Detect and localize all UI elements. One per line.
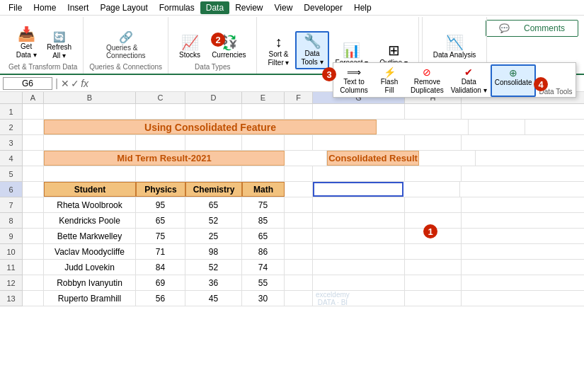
text-to-columns-button[interactable]: ⟹ Text toColumns — [336, 64, 372, 97]
menu-data[interactable]: Data — [200, 1, 229, 14]
r10-physics[interactable]: 71 — [136, 244, 185, 259]
data-validation-button[interactable]: ✔ DataValidation ▾ — [447, 64, 491, 97]
get-data-button[interactable]: 📥 GetData ▾ — [11, 25, 42, 62]
r3-a[interactable] — [23, 135, 44, 150]
r10-chemistry[interactable]: 98 — [185, 244, 242, 259]
r12-g[interactable] — [313, 275, 405, 290]
menu-review[interactable]: Review — [229, 1, 268, 14]
r10-student[interactable]: Vaclav Moodycliffe — [44, 244, 136, 259]
r8-a[interactable] — [23, 213, 44, 228]
r10-g[interactable] — [313, 244, 405, 259]
r5-c[interactable] — [136, 166, 185, 181]
r9-a[interactable] — [23, 229, 44, 243]
menu-insert[interactable]: Insert — [62, 1, 94, 14]
r12-f[interactable] — [285, 275, 313, 290]
r6-a[interactable] — [23, 182, 44, 197]
r9-f[interactable] — [285, 229, 313, 243]
r11-chemistry[interactable]: 52 — [185, 260, 242, 275]
menu-formulas[interactable]: Formulas — [154, 1, 200, 14]
r7-physics[interactable]: 95 — [136, 197, 185, 212]
menu-view[interactable]: View — [269, 1, 299, 14]
r8-student[interactable]: Kendricks Poole — [44, 213, 136, 228]
queries-connections-button[interactable]: 🔗 Queries &Connections — [101, 28, 151, 62]
r2-h[interactable] — [469, 120, 525, 134]
r10-f[interactable] — [285, 244, 313, 259]
r12-h[interactable] — [405, 275, 462, 290]
r5-a[interactable] — [23, 166, 44, 181]
r7-g[interactable] — [313, 197, 405, 212]
r13-student[interactable]: Ruperto Bramhill — [44, 291, 136, 306]
sort-filter-button[interactable]: ↕️ Sort &Filter ▾ — [263, 33, 294, 69]
insert-function-icon[interactable]: fx — [81, 78, 88, 89]
r10-h[interactable] — [405, 244, 462, 259]
r11-h[interactable] — [405, 260, 462, 275]
r9-g[interactable] — [313, 229, 405, 243]
r11-physics[interactable]: 84 — [136, 260, 185, 275]
r5-d[interactable] — [185, 166, 242, 181]
r7-chemistry[interactable]: 65 — [185, 197, 242, 212]
r10-math[interactable]: 86 — [242, 244, 285, 259]
cancel-formula-icon[interactable]: ✕ — [61, 78, 69, 89]
r7-a[interactable] — [23, 197, 44, 212]
r7-f[interactable] — [285, 197, 313, 212]
r1-a[interactable] — [23, 104, 44, 119]
menu-home[interactable]: Home — [28, 1, 62, 14]
r12-a[interactable] — [23, 275, 44, 290]
r6-h[interactable] — [403, 182, 460, 197]
r11-student[interactable]: Judd Lovekin — [44, 260, 136, 275]
r8-physics[interactable]: 65 — [136, 213, 185, 228]
data-analysis-button[interactable]: 📉 Data Analysis — [428, 33, 481, 62]
stocks-button[interactable]: 📈 Stocks — [174, 33, 205, 62]
r13-physics[interactable]: 56 — [136, 291, 185, 306]
r9-math[interactable]: 65 — [242, 229, 285, 243]
r3-h[interactable] — [405, 135, 462, 150]
r11-math[interactable]: 74 — [242, 260, 285, 275]
r5-f[interactable] — [285, 166, 313, 181]
data-tools-button[interactable]: 🔧 DataTools ▾ — [295, 31, 328, 69]
r13-a[interactable] — [23, 291, 44, 306]
r12-student[interactable]: Robbyn Ivanyutin — [44, 275, 136, 290]
cell-reference[interactable]: G6 — [3, 77, 52, 90]
r7-math[interactable]: 75 — [242, 197, 285, 212]
r3-c[interactable] — [136, 135, 185, 150]
r3-e[interactable] — [242, 135, 285, 150]
r6-g-selected[interactable] — [313, 182, 403, 197]
r5-g[interactable] — [313, 166, 405, 181]
r1-e[interactable] — [242, 104, 285, 119]
refresh-button[interactable]: 🔄 RefreshAll ▾ — [43, 30, 75, 62]
r7-h[interactable] — [405, 197, 462, 212]
r5-e[interactable] — [242, 166, 285, 181]
r12-math[interactable]: 55 — [242, 275, 285, 290]
r8-math[interactable]: 85 — [242, 213, 285, 228]
r8-f[interactable] — [285, 213, 313, 228]
r2-a[interactable] — [23, 120, 44, 134]
menu-developer[interactable]: Developer — [298, 1, 348, 14]
comments-button[interactable]: 💬 Comments — [486, 20, 578, 37]
r3-f[interactable] — [285, 135, 313, 150]
r11-g[interactable] — [313, 260, 405, 275]
r4-a[interactable] — [23, 151, 44, 166]
confirm-formula-icon[interactable]: ✓ — [71, 78, 79, 89]
r3-d[interactable] — [185, 135, 242, 150]
menu-help[interactable]: Help — [348, 1, 377, 14]
flash-fill-button[interactable]: ⚡ FlashFill — [372, 64, 407, 97]
r3-g[interactable] — [313, 135, 405, 150]
menu-page-layout[interactable]: Page Layout — [94, 1, 153, 14]
r2-g[interactable] — [377, 120, 469, 134]
r4-f[interactable] — [285, 151, 327, 166]
r1-f[interactable] — [285, 104, 313, 119]
r13-g[interactable]: exceldemyDATA · BI — [313, 291, 405, 306]
r1-d[interactable] — [185, 104, 242, 119]
r13-h[interactable] — [405, 291, 462, 306]
r1-g[interactable] — [313, 104, 405, 119]
r11-f[interactable] — [285, 260, 313, 275]
r8-g[interactable] — [313, 213, 405, 228]
r1-h[interactable] — [405, 104, 462, 119]
r13-math[interactable]: 30 — [242, 291, 285, 306]
r5-h[interactable] — [405, 166, 462, 181]
r13-chemistry[interactable]: 45 — [185, 291, 242, 306]
r1-b[interactable] — [44, 104, 136, 119]
r7-student[interactable]: Rheta Woolbrook — [44, 197, 136, 212]
r12-chemistry[interactable]: 36 — [185, 275, 242, 290]
r12-physics[interactable]: 69 — [136, 275, 185, 290]
